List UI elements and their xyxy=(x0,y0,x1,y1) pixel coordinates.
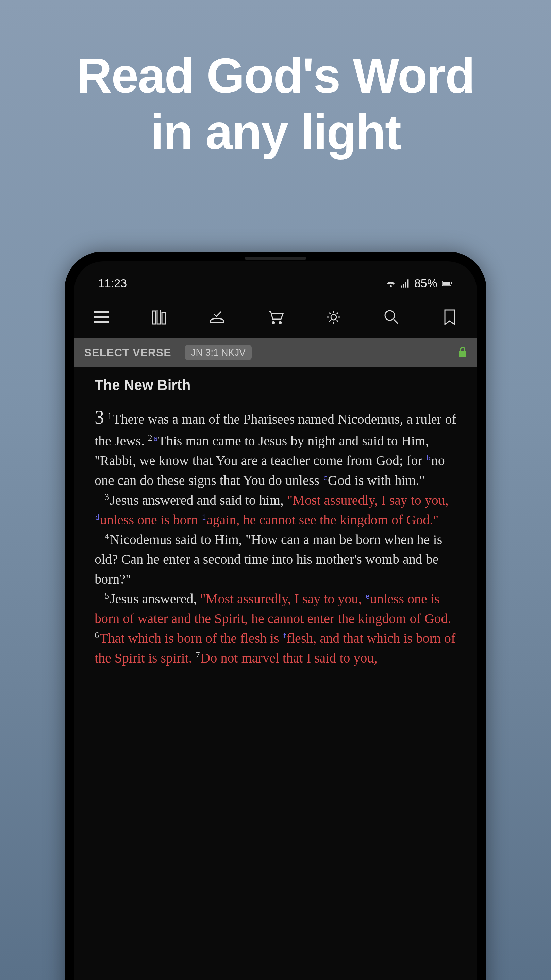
verse-number[interactable]: 3 xyxy=(105,492,109,502)
headline-line1: Read God's Word xyxy=(0,48,551,104)
verse-text: Do not marvel that I said to you, xyxy=(201,650,378,666)
svg-point-8 xyxy=(331,314,337,320)
cross-ref[interactable]: f xyxy=(283,631,286,640)
library-icon[interactable] xyxy=(149,307,170,327)
verse-select-bar[interactable]: SELECT VERSE JN 3:1 NKJV xyxy=(74,337,477,368)
verse-bar-label: SELECT VERSE xyxy=(84,347,171,359)
notes-icon[interactable] xyxy=(207,307,227,327)
verse-number[interactable]: 2 xyxy=(148,433,152,443)
svg-point-6 xyxy=(272,321,275,324)
svg-rect-4 xyxy=(157,310,160,324)
lock-icon[interactable] xyxy=(459,347,467,358)
verse-text: "Most assuredly, I say to you, xyxy=(287,492,449,508)
app-toolbar xyxy=(74,297,477,337)
verse-text: unless one is born xyxy=(100,512,202,527)
cross-ref[interactable]: 1 xyxy=(202,512,206,521)
status-bar: 11:23 85% xyxy=(74,261,477,297)
signal-icon xyxy=(401,279,410,288)
verse-number[interactable]: 6 xyxy=(95,630,99,640)
cross-ref[interactable]: d xyxy=(95,512,99,521)
menu-icon[interactable] xyxy=(91,307,111,327)
settings-icon[interactable] xyxy=(324,307,344,327)
svg-point-7 xyxy=(279,321,281,324)
phone-speaker xyxy=(245,256,306,260)
chapter-number: 3 xyxy=(95,407,104,428)
bookmark-icon[interactable] xyxy=(440,307,460,327)
verse-number[interactable]: 5 xyxy=(105,591,109,601)
cross-ref[interactable]: b xyxy=(427,453,430,462)
battery-percent: 85% xyxy=(414,277,437,290)
verse-text: Jesus answered, xyxy=(110,591,200,606)
cross-ref[interactable]: c xyxy=(324,473,327,482)
svg-rect-3 xyxy=(152,311,156,324)
verse-number[interactable]: 4 xyxy=(105,531,109,541)
reading-pane[interactable]: The New Birth 3 1There was a man of the … xyxy=(74,373,477,668)
headline-line2: in any light xyxy=(0,104,551,161)
wifi-icon xyxy=(386,279,396,288)
verse-text: That which is born of the flesh is xyxy=(100,630,283,646)
phone-screen: 11:23 85% xyxy=(74,261,477,980)
svg-point-9 xyxy=(385,311,395,320)
section-title: The New Birth xyxy=(95,377,456,393)
search-icon[interactable] xyxy=(381,307,402,327)
status-right: 85% xyxy=(386,277,453,290)
verse-text: "Most assuredly, I say to you, xyxy=(200,591,365,606)
phone-frame: 11:23 85% xyxy=(65,252,486,980)
svg-rect-2 xyxy=(451,282,453,285)
status-time: 11:23 xyxy=(98,277,127,290)
verse-text: Jesus answered and said to him, xyxy=(110,492,287,508)
verse-text: God is with him." xyxy=(328,473,425,488)
marketing-headline: Read God's Word in any light xyxy=(0,0,551,160)
cart-icon[interactable] xyxy=(265,307,286,327)
verse-text: Nicodemus said to Him, "How can a man be… xyxy=(95,532,442,587)
cross-ref[interactable]: e xyxy=(366,592,369,600)
verse-number[interactable]: 7 xyxy=(195,650,200,660)
cross-ref[interactable]: a xyxy=(154,434,157,442)
passage-text: 3 1There was a man of the Pharisees name… xyxy=(95,404,456,668)
verse-reference-chip[interactable]: JN 3:1 NKJV xyxy=(185,345,252,360)
svg-rect-1 xyxy=(443,282,449,285)
battery-icon xyxy=(442,280,453,287)
verse-number[interactable]: 1 xyxy=(108,411,112,421)
svg-rect-5 xyxy=(162,312,165,324)
verse-text: again, he cannot see the kingdom of God.… xyxy=(207,512,439,527)
